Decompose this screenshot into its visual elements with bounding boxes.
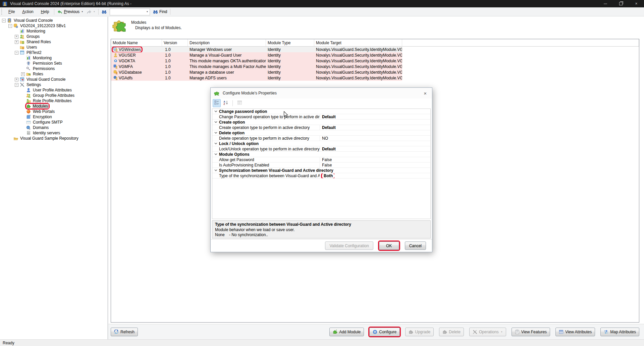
add-module-button[interactable]: Add Module [329,328,364,336]
tree-item-visual-guard-console[interactable]: +Visual Guard Console [0,77,108,82]
collapse-icon[interactable]: − [15,83,18,87]
menu-help[interactable]: Help [37,8,53,15]
tree-item-monitoring[interactable]: Monitoring [0,55,108,61]
collapse-icon[interactable]: − [8,24,12,28]
chevron-down-icon[interactable] [212,132,219,134]
tree-item-role-profile-attributes[interactable]: Role Profile Attributes [0,98,108,103]
tree-item-user-profile-attributes[interactable]: User Profile Attributes [0,87,108,93]
tree-item-groups[interactable]: +Groups [0,34,108,39]
combobox-dropdown-icon[interactable]: ▼ [146,11,148,13]
property-value[interactable]: Both [320,174,334,178]
property-value[interactable]: False [320,157,332,162]
minimize-button[interactable] [598,0,613,7]
menu-action[interactable]: Action [18,8,37,15]
category-label: Synchronization between Visual-Guard and… [219,168,333,173]
forward-button[interactable]: ▼ [85,9,97,15]
table-row[interactable]: VGOKTA1.0This module manages OKTA authen… [111,58,402,64]
column-header-module-target[interactable]: Module Target [314,39,402,46]
tree-item-web-portals[interactable]: Web Portals [0,109,108,114]
column-header-module-type[interactable]: Module Type [266,39,314,46]
categorized-button[interactable] [213,99,221,107]
chevron-down-icon[interactable] [212,142,219,145]
property-category-row[interactable]: Change password option [212,109,430,114]
tree-item-roles[interactable]: +Roles [0,71,108,77]
previous-dropdown-icon[interactable]: ▼ [81,11,83,13]
property-row[interactable]: Is AutoProvisioning EnabledFalse [212,162,430,168]
find-combobox[interactable]: ▼ [110,8,150,15]
property-category-row[interactable]: Lock / Unlock option [212,141,430,146]
tree-item-visual-guard-console[interactable]: −Visual Guard Console [0,18,108,23]
dialog-footer: Validate ConfigurationOKCancel [211,239,432,252]
tree-item-modules[interactable]: Modules [0,103,108,109]
main-toolbar: File Action Help Previous ▼ ▼ ▼ Find [0,7,644,16]
expand-icon[interactable]: + [15,35,18,39]
view-attributes-button[interactable]: View Attributes [555,328,595,336]
table-row[interactable]: VGUSER1.0Manage a Visual-Guard UserIdent… [111,52,402,58]
property-value[interactable]: Default [320,147,336,151]
configure-button[interactable]: Configure [369,328,400,336]
property-value[interactable]: Default [320,115,336,119]
expand-icon[interactable]: + [15,78,18,81]
property-category-row[interactable]: Synchronization between Visual-Guard and… [212,168,430,173]
refresh-button[interactable]: Refresh [111,328,138,336]
ok-button[interactable]: OK [379,241,399,250]
tree-item-users[interactable]: Users [0,45,108,50]
column-header-version[interactable]: Version [162,39,188,46]
table-row[interactable]: VGWindows1.0Manager Windows userIdentity… [111,47,402,52]
find-button[interactable]: Find [151,9,169,15]
collapse-icon[interactable]: − [2,19,6,22]
property-value[interactable]: Default [320,125,336,130]
previous-button[interactable]: Previous ▼ [56,9,85,15]
close-button[interactable]: × [629,0,644,7]
tree-item-vg2024-19122023-sbv1[interactable]: −VG2024_19122023 SBv1 [0,23,108,28]
menu-file[interactable]: File [5,8,18,15]
tree-item-domains[interactable]: Domains [0,125,108,130]
chevron-down-icon[interactable] [212,169,219,171]
restore-button[interactable] [613,0,629,7]
tree-item-configure-smtp[interactable]: Configure SMTP [0,120,108,125]
tree-item-identity-servers[interactable]: Identity servers [0,130,108,136]
table-row[interactable]: VGMFA1.0This module manages a Multi Fact… [111,64,402,69]
cancel-button[interactable]: Cancel [405,241,426,250]
property-row[interactable]: Change Password operation type to perfor… [212,114,430,120]
search-icon-button[interactable] [100,9,108,15]
column-header-description[interactable]: Description [188,39,266,46]
property-row[interactable]: Allow get PasswordFalse [212,157,430,162]
property-value[interactable]: NO [320,136,328,141]
property-row[interactable]: Create operation type to perform in acti… [212,125,430,130]
chevron-down-icon[interactable] [212,110,219,113]
az-sort-button[interactable]: AZ [222,99,230,107]
dialog-close-icon[interactable]: × [422,90,429,96]
property-category-row[interactable]: Create option [212,120,430,125]
dialog-title-bar[interactable]: Configure Module's Properties × [211,88,432,98]
table-row[interactable]: VGDatabase1.0Manage a database userIdent… [111,69,402,75]
property-category-row[interactable]: Delete option [212,130,430,136]
property-row[interactable]: Lock/Unlock operation type to perform in… [212,146,430,152]
expand-icon[interactable]: + [15,40,18,44]
expand-icon[interactable]: + [21,72,25,76]
tree-item-shared-roles[interactable]: +Shared Roles [0,39,108,45]
tree-item-visual-guard-sample-repository[interactable]: Visual Guard Sample Repository [0,136,108,141]
property-value[interactable]: False [320,163,332,167]
column-header-module-name[interactable]: Module Name [111,39,162,46]
property-category-row[interactable]: Module Options [212,152,430,157]
property-row[interactable]: Delete operation type to perform in acti… [212,136,430,141]
collapse-icon[interactable]: − [15,51,18,55]
toolbar-grip[interactable] [1,9,3,15]
module-description-cell: This module manages OKTA authentication [188,58,266,64]
tree-item-settings[interactable]: −Settings [0,82,108,87]
map-attributes-button[interactable]: Map Attributes [600,328,639,336]
tree-item-permissions[interactable]: Permissions [0,66,108,71]
settings-tools-icon [20,82,24,87]
chevron-down-icon[interactable] [212,153,219,155]
tree-item-pbtest2[interactable]: −PBTest2 [0,50,108,55]
property-row[interactable]: Type of the synchronization between Visu… [212,173,430,179]
tree-item-permission-sets[interactable]: Permission Sets [0,61,108,66]
tree-item-encryption[interactable]: Encryption [0,114,108,120]
table-row[interactable]: VGAdfs1.0Manage ADFS usersIdentityNovaly… [111,75,402,81]
chevron-down-icon[interactable] [212,121,219,123]
tree-item-monitoring[interactable]: Monitoring [0,28,108,34]
view-features-button[interactable]: View Features [512,328,550,336]
tree-item-group-profile-attributes[interactable]: Group Profile Attributes [0,93,108,98]
property-grid-toolbar: AZ [211,98,432,108]
